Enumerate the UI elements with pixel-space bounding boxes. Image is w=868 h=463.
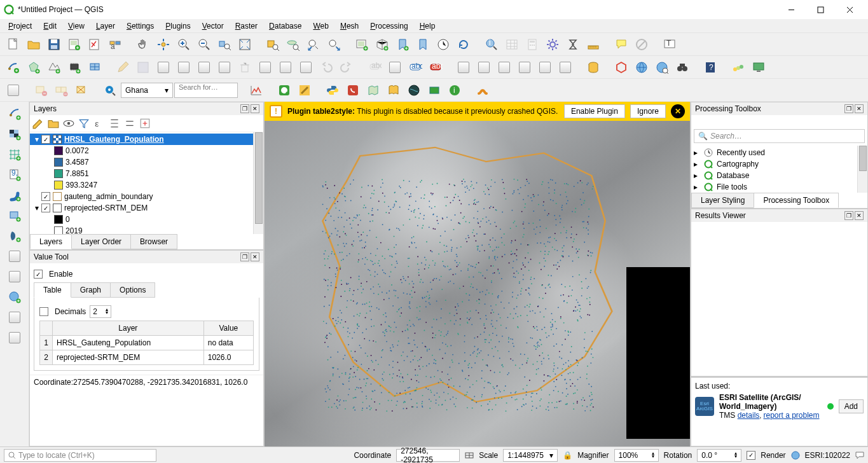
coord-field[interactable]: 272546, -2921735 [396,449,460,462]
menu-help[interactable]: Help [414,20,441,32]
style-manager-icon[interactable]: a [106,35,125,54]
move-label-icon[interactable] [515,58,534,77]
add-spatialite-icon[interactable] [4,186,25,205]
add-new-shapefile-icon[interactable] [24,58,43,77]
scale-lock-icon[interactable]: 🔒 [563,451,572,460]
crs-globe-icon[interactable] [791,451,800,460]
report-link[interactable]: report a problem [763,411,819,420]
new-memory-layer-icon[interactable] [65,58,84,77]
tab-layers[interactable]: Layers [30,234,72,249]
select-remove2-icon[interactable] [52,81,71,100]
add-mssql-icon[interactable] [4,247,25,266]
crs-label[interactable]: ESRI:102022 [805,451,850,460]
layer-tree-row[interactable]: ▾HRSL_Gauteng_Population [30,134,263,145]
magnifier-field[interactable]: 100%▴▾ [614,449,659,462]
new-print-layout-icon[interactable] [65,35,84,54]
processing-gear-icon[interactable] [543,35,562,54]
label-toolbar-show-icon[interactable] [385,58,404,77]
zoom-full-icon[interactable] [235,35,254,54]
messages-icon[interactable] [855,451,864,460]
minimize-button[interactable] [776,0,806,19]
copy-feature-icon[interactable] [276,58,295,77]
filter-by-expr-icon[interactable]: ε [93,118,105,129]
labeling-single-icon[interactable]: abc [406,58,425,77]
layer-style-icon[interactable] [32,118,44,129]
nominatim-search-input[interactable]: Search for… [174,83,238,98]
new-map-view-icon[interactable] [352,35,371,54]
layer-tree-row[interactable]: 393.3247 [30,179,263,191]
render-checkbox[interactable]: Render [747,451,785,460]
menu-layer[interactable]: Layer [90,20,121,32]
plugin-info-icon[interactable]: i [445,81,464,100]
nominatim-icon[interactable] [100,81,120,100]
labeling-rule-icon[interactable]: abc [426,58,445,77]
add-group-icon[interactable] [48,118,59,129]
plugin-map-icon[interactable] [364,81,383,100]
refresh-icon[interactable] [454,35,473,54]
panel-close-icon[interactable]: ✕ [855,211,864,220]
add-xyz-icon[interactable] [4,308,25,327]
select-all-icon[interactable] [72,81,92,100]
save-project-icon[interactable] [45,35,64,54]
rotation-field[interactable]: 0.0 °▴▾ [697,449,741,462]
menu-raster[interactable]: Raster [230,20,263,32]
nominatim-country-combo[interactable]: Ghana▾ [121,83,173,98]
layer-tree-row[interactable]: 0 [30,214,263,225]
attr-table-icon[interactable] [502,35,521,54]
new-virtual-layer-icon[interactable] [85,58,104,77]
new-bookmark-icon[interactable] [393,35,412,54]
tab-vt-table[interactable]: Table [34,282,71,298]
layout-manager-icon[interactable] [85,35,104,54]
panel-detach-icon[interactable]: ❐ [844,104,853,113]
add-feature-icon[interactable] [154,58,173,77]
maximize-button[interactable] [806,0,835,19]
processing-tree[interactable]: ▸Recently used▸Cartography▸Database▸File… [691,146,867,193]
map-canvas[interactable]: ! Plugin table2style: This plugin is dis… [265,102,690,446]
add-oracle-icon[interactable] [4,267,25,286]
zoom-in-icon[interactable] [174,35,193,54]
poly-out-icon[interactable] [4,81,23,100]
open-project-icon[interactable] [24,35,43,54]
zoom-native-icon[interactable] [215,35,234,54]
select-remove1-icon[interactable] [32,81,51,100]
tab-browser[interactable]: Browser [130,234,177,249]
zoom-layer-icon[interactable] [284,35,303,54]
toggle-editing-icon[interactable] [113,58,132,77]
identify-icon[interactable]: i [482,35,501,54]
tab-layer-styling[interactable]: Layer Styling [691,193,754,208]
table-row[interactable]: 2reprojected-SRTM_DEM1026.0 [40,350,254,365]
menu-edit[interactable]: Edit [38,20,62,32]
layer-tree-row[interactable]: 2019 [30,225,263,234]
diagram-pie-icon[interactable] [454,58,473,77]
add-vector-layer-icon[interactable] [4,104,25,123]
layer-tree-row[interactable]: gauteng_admin_boundary [30,191,263,202]
zoom-out-icon[interactable] [195,35,214,54]
menu-database[interactable]: Database [263,20,307,32]
globe1-icon[interactable] [632,58,651,77]
plugin-globe-icon[interactable] [404,81,424,100]
locator-input[interactable]: Type to locate (Ctrl+K) [4,449,156,462]
tab-processing-toolbox[interactable]: Processing Toolbox [754,193,839,208]
label-toolbar-pin-icon[interactable]: abc [365,58,384,77]
undo-icon[interactable] [317,58,336,77]
add-wms-icon[interactable] [4,287,25,307]
add-postgis-icon[interactable] [4,226,25,245]
add-geopackage-icon[interactable] [45,58,64,77]
binoculars-icon[interactable] [673,58,692,77]
pan-icon[interactable] [134,35,153,54]
extents-toggle-icon[interactable] [465,451,474,460]
menu-web[interactable]: Web [307,20,334,32]
show-bookmarks-icon[interactable] [413,35,432,54]
add-wfs-icon[interactable] [4,328,25,347]
notice-close-icon[interactable]: ✕ [671,104,685,118]
menu-mesh[interactable]: Mesh [334,20,364,32]
vt-enable-checkbox[interactable]: Enable [34,270,259,279]
diagram-text-icon[interactable] [474,58,493,77]
move-feature-icon[interactable] [195,58,214,77]
profile-tool-icon[interactable] [247,81,266,100]
add-mesh-layer-icon[interactable] [4,145,25,164]
database-icon[interactable] [584,58,603,77]
vt-decimals-spinner[interactable]: 2▴▾ [90,305,111,318]
ignore-button[interactable]: Ignore [630,104,666,118]
filter-legend-icon[interactable] [78,118,90,129]
